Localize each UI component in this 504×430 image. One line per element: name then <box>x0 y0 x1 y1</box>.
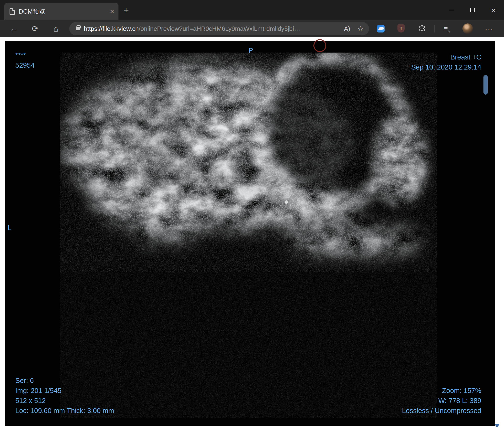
read-aloud-icon[interactable]: A) <box>344 25 350 33</box>
browser-titlebar: DCM预览 × + × <box>0 0 504 20</box>
series-number: Ser: 6 <box>15 376 114 385</box>
page-content: **** 52954 P Breast +C Sep 10, 2020 12:2… <box>0 37 504 430</box>
image-matrix: 512 x 512 <box>15 396 114 406</box>
slice-location: Loc: 109.60 mm Thick: 3.00 mm <box>15 406 114 416</box>
profile-avatar[interactable] <box>462 23 473 34</box>
window-level: W: 778 L: 389 <box>402 396 481 406</box>
tab-title: DCM预览 <box>19 7 110 16</box>
url-text: https://file.kkview.cn/onlinePreview?url… <box>84 25 344 33</box>
extension-shield-icon[interactable]: T <box>397 24 405 33</box>
extensions-puzzle-icon[interactable] <box>418 25 426 33</box>
settings-more-icon[interactable]: ··· <box>482 22 496 35</box>
mri-image[interactable] <box>60 53 437 418</box>
window-controls: × <box>441 0 504 20</box>
document-icon <box>9 8 15 15</box>
study-datetime: Sep 10, 2020 12:29:14 <box>411 62 481 72</box>
address-bar[interactable]: https://file.kkview.cn/onlinePreview?url… <box>69 22 369 35</box>
toolbar-separator <box>434 25 434 33</box>
dicom-viewer[interactable]: **** 52954 P Breast +C Sep 10, 2020 12:2… <box>5 41 495 426</box>
orientation-marker-posterior: P <box>247 45 255 55</box>
image-number: Img: 201 1/545 <box>15 385 114 396</box>
annotation-circle <box>313 39 326 52</box>
patient-id: 52954 <box>15 60 35 70</box>
url-path: /onlinePreview?url=aHR0cHM6Ly9maWxlLmtrd… <box>139 25 300 32</box>
browser-navbar: ← ⟳ ⌂ https://file.kkview.cn/onlinePrevi… <box>0 20 504 37</box>
back-button[interactable]: ← <box>7 22 20 35</box>
collections-icon[interactable]: ≡ ☆ <box>440 23 451 34</box>
display-info: Zoom: 157% W: 778 L: 389 Lossless / Unco… <box>402 385 481 416</box>
new-tab-button[interactable]: + <box>123 0 129 20</box>
add-favorite-icon[interactable]: ☆ <box>357 25 364 33</box>
collections-star: ☆ <box>447 29 450 34</box>
series-info: Ser: 6 Img: 201 1/545 512 x 512 Loc: 109… <box>15 376 114 416</box>
scroll-down-arrow-icon[interactable] <box>495 424 500 428</box>
minimize-button[interactable] <box>441 0 462 20</box>
zoom-level: Zoom: 157% <box>402 385 481 396</box>
series-scrollbar-thumb[interactable] <box>484 75 488 95</box>
patient-name-masked: **** <box>15 50 35 60</box>
orientation-marker-left: L <box>8 223 11 233</box>
url-host: https://file.kkview.cn <box>84 25 139 32</box>
home-button[interactable]: ⌂ <box>49 22 63 35</box>
patient-info: **** 52954 <box>15 50 35 70</box>
extension-blue-icon[interactable] <box>377 25 385 33</box>
maximize-button[interactable] <box>462 0 483 20</box>
study-info: Breast +C Sep 10, 2020 12:29:14 <box>411 52 481 72</box>
maximize-icon <box>470 8 475 12</box>
study-description: Breast +C <box>411 52 481 62</box>
compression-info: Lossless / Uncompressed <box>402 406 481 416</box>
tab-close-icon[interactable]: × <box>110 8 114 15</box>
minimize-icon <box>449 10 454 10</box>
close-button[interactable]: × <box>483 0 504 20</box>
refresh-button[interactable]: ⟳ <box>28 22 42 35</box>
browser-tab[interactable]: DCM预览 × <box>4 3 118 20</box>
lock-icon[interactable] <box>76 27 80 30</box>
